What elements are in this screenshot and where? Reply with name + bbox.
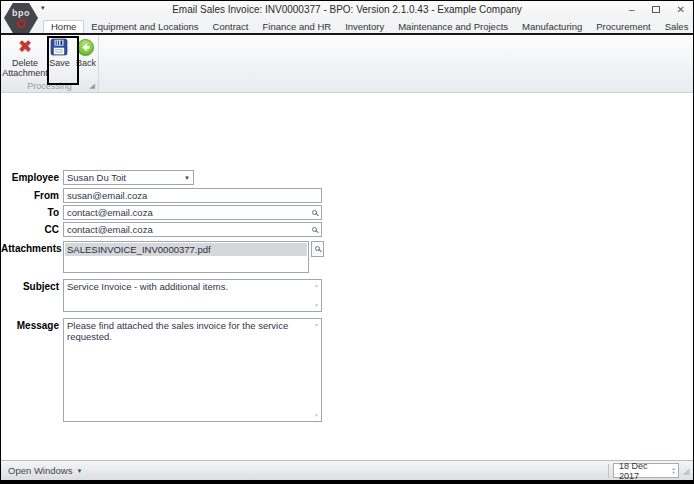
delete-attachment-label: Delete Attachment	[2, 58, 48, 78]
ribbon-tab-bar: Home Equipment and Locations Contract Fi…	[1, 19, 693, 33]
resize-grip-icon[interactable]: ◢	[679, 466, 693, 476]
attachments-row: Attachments SALESINVOICE_INV0000377.pdf	[1, 241, 324, 273]
save-button[interactable]: Save	[47, 35, 72, 79]
cc-label: CC	[1, 222, 63, 237]
app-window: bpo ▾ Email Sales Invoice: INV0000377 - …	[0, 0, 694, 484]
attachments-label: Attachments	[1, 241, 63, 273]
attachments-list[interactable]: SALESINVOICE_INV0000377.pdf	[63, 241, 309, 273]
to-value: contact@email.coza	[67, 207, 153, 218]
title-bar: bpo ▾ Email Sales Invoice: INV0000377 - …	[1, 1, 693, 19]
processing-group: ✖ Delete Attachment	[1, 35, 99, 92]
from-value: susan@email.coza	[67, 190, 147, 201]
back-label: Back	[76, 58, 96, 68]
to-field[interactable]: contact@email.coza	[63, 205, 322, 220]
search-icon[interactable]	[312, 210, 317, 215]
tab-procurement[interactable]: Procurement	[589, 20, 657, 33]
message-field[interactable]: Please find attached the sales invoice f…	[63, 318, 322, 422]
delete-x-icon: ✖	[18, 38, 32, 56]
processing-group-label: Processing ◢	[1, 79, 98, 92]
to-row: To contact@email.coza	[1, 205, 324, 220]
bpo-logo-power-icon	[17, 19, 26, 28]
minimize-icon[interactable]: –	[629, 4, 635, 16]
subject-row: Subject Service Invoice - with additiona…	[1, 279, 324, 312]
employee-dropdown[interactable]: Susan Du Toit ▼	[63, 170, 194, 185]
tab-contract[interactable]: Contract	[206, 20, 256, 33]
processing-group-buttons: ✖ Delete Attachment	[1, 35, 98, 79]
to-label: To	[1, 205, 63, 220]
subject-label: Subject	[1, 279, 63, 312]
date-value: 18 Dec 2017	[614, 461, 669, 481]
attachment-item-selected[interactable]: SALESINVOICE_INV0000377.pdf	[65, 243, 307, 256]
employee-row: Employee Susan Du Toit ▼	[1, 170, 324, 185]
cc-row: CC contact@email.coza	[1, 222, 324, 237]
attachments-search-button[interactable]	[311, 241, 324, 257]
status-separator	[608, 464, 609, 478]
tab-sales[interactable]: Sales	[658, 20, 694, 33]
tab-manufacturing[interactable]: Manufacturing	[515, 20, 589, 33]
scroll-up-icon[interactable]: ▲	[314, 283, 319, 288]
search-icon[interactable]	[312, 227, 317, 232]
save-label: Save	[49, 58, 70, 68]
scroll-down-icon[interactable]: ▼	[314, 303, 319, 308]
message-label: Message	[1, 318, 63, 422]
window-title: Email Sales Invoice: INV0000377 - BPO: V…	[1, 4, 693, 15]
employee-label: Employee	[1, 170, 63, 185]
search-icon	[315, 246, 320, 251]
subject-field[interactable]: Service Invoice - with additional items.…	[63, 279, 322, 312]
date-field[interactable]: 18 Dec 2017 ▲ ▼	[613, 463, 679, 478]
date-spinner[interactable]: ▲ ▼	[669, 467, 678, 475]
cc-field[interactable]: contact@email.coza	[63, 222, 322, 237]
email-form: Employee Susan Du Toit ▼ From susan@emai…	[1, 170, 324, 422]
maximize-icon[interactable]	[652, 6, 660, 13]
scroll-up-icon[interactable]: ▲	[314, 322, 319, 327]
floppy-disk-icon	[50, 37, 68, 57]
tab-maintenance-and-projects[interactable]: Maintenance and Projects	[391, 20, 515, 33]
tab-home[interactable]: Home	[43, 20, 84, 33]
close-icon[interactable]: ✕	[677, 4, 685, 16]
from-row: From susan@email.coza	[1, 188, 324, 203]
delete-attachment-button[interactable]: ✖ Delete Attachment	[3, 35, 47, 79]
back-arrow-icon	[76, 37, 95, 57]
spinner-down-icon[interactable]: ▼	[672, 471, 676, 475]
email-form-area: Employee Susan Du Toit ▼ From susan@emai…	[1, 93, 693, 460]
chevron-down-icon: ▼	[76, 468, 82, 474]
open-windows-label: Open Windows	[8, 465, 72, 476]
employee-value: Susan Du Toit	[67, 172, 126, 183]
tab-finance-and-hr[interactable]: Finance and HR	[255, 20, 338, 33]
from-label: From	[1, 188, 63, 203]
ribbon: ✖ Delete Attachment	[1, 35, 693, 93]
status-bar: Open Windows ▼ 18 Dec 2017 ▲ ▼ ◢	[1, 460, 693, 480]
dialog-launcher-icon[interactable]: ◢	[90, 82, 95, 89]
chevron-down-icon: ▼	[184, 175, 193, 181]
open-windows-button[interactable]: Open Windows ▼	[1, 465, 82, 476]
back-button[interactable]: Back	[74, 35, 98, 79]
scroll-down-icon[interactable]: ▼	[314, 413, 319, 418]
attachments-wrap: SALESINVOICE_INV0000377.pdf	[63, 241, 324, 273]
status-bar-right: 18 Dec 2017 ▲ ▼ ◢	[608, 463, 693, 478]
cc-value: contact@email.coza	[67, 224, 153, 235]
window-controls: – ✕	[629, 3, 685, 16]
from-field[interactable]: susan@email.coza	[63, 188, 322, 203]
subject-value: Service Invoice - with additional items.	[67, 281, 228, 292]
bpo-logo-text: bpo	[12, 7, 30, 19]
tab-equipment-and-locations[interactable]: Equipment and Locations	[84, 20, 205, 33]
tab-inventory[interactable]: Inventory	[338, 20, 391, 33]
message-row: Message Please find attached the sales i…	[1, 318, 324, 422]
message-value: Please find attached the sales invoice f…	[67, 320, 288, 342]
